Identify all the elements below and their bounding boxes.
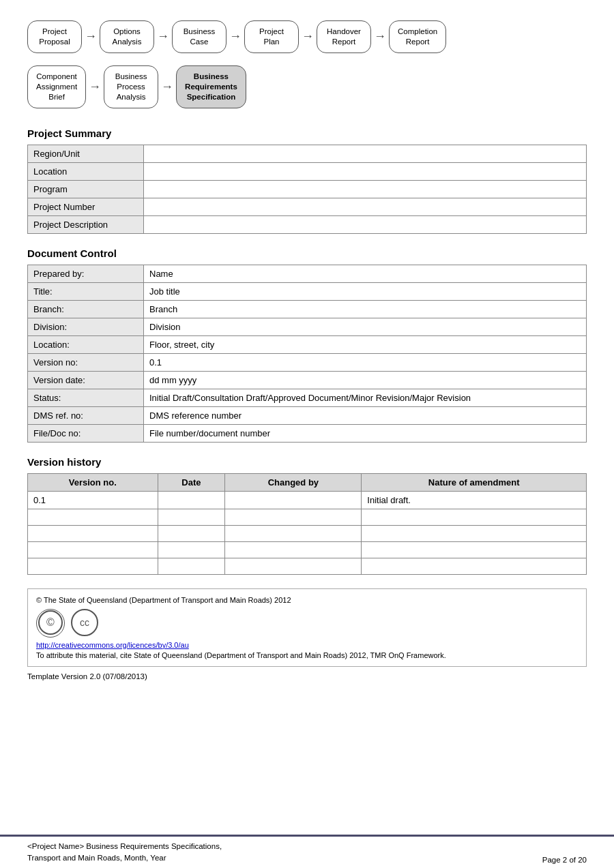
flow-diagram-1: ProjectProposal → OptionsAnalysis → Busi… [27,20,587,53]
doc-value: dd mm yyyy [144,371,587,389]
doc-value: DMS reference number [144,406,587,424]
summary-label: Region/Unit [28,145,144,162]
col-version: Version no. [28,473,158,491]
doc-label: Location: [28,335,144,353]
page-footer: <Project Name> Business Requirements Spe… [0,835,614,869]
doc-label: File/Doc no: [28,424,144,442]
version-changed-by [225,509,362,525]
arrow-3: → [229,29,242,44]
flow-diagram-2: ComponentAssignmentBrief → BusinessProce… [27,65,587,108]
doc-value: Initial Draft/Consultation Draft/Approve… [144,389,587,406]
summary-label: Program [28,180,144,198]
doc-label: Prepared by: [28,265,144,282]
svg-text:cc: cc [80,617,89,628]
flow-node-completion-report: CompletionReport [389,20,446,53]
svg-text:©: © [46,616,55,628]
arrow-6: → [89,80,101,94]
doc-label: DMS ref. no: [28,406,144,424]
table-row: Project Description [28,215,587,233]
summary-value [144,145,587,162]
table-row: Status: Initial Draft/Consultation Draft… [28,389,587,406]
version-number [28,558,158,574]
doc-value: Floor, street, city [144,335,587,353]
doc-label: Version date: [28,371,144,389]
version-date [158,491,225,509]
summary-value [144,180,587,198]
flow-node-project-proposal: ProjectProposal [27,20,82,53]
table-row: Version date: dd mm yyyy [28,371,587,389]
version-date [158,509,225,525]
table-row: Project Number [28,198,587,215]
version-changed-by [225,541,362,558]
version-history-table: Version no. Date Changed by Nature of am… [27,473,587,575]
flow-node-business-case: BusinessCase [172,20,226,53]
footer-line2: Transport and Main Roads, Month, Year [27,852,222,864]
project-summary-table: Region/Unit Location Program Project Num… [27,145,587,234]
table-row [28,509,587,525]
copyright-line1: © The State of Queensland (Department of… [36,596,578,604]
table-row: Version no: 0.1 [28,353,587,371]
arrow-5: → [374,29,386,44]
copyright-box: © The State of Queensland (Department of… [27,588,587,667]
doc-value: Division [144,318,587,335]
summary-value [144,215,587,233]
col-changed-by: Changed by [225,473,362,491]
version-number: 0.1 [28,491,158,509]
version-date [158,558,225,574]
col-date: Date [158,473,225,491]
doc-label: Title: [28,282,144,300]
table-row: Program [28,180,587,198]
version-nature [362,525,587,541]
doc-label: Branch: [28,300,144,318]
table-row: DMS ref. no: DMS reference number [28,406,587,424]
flow-node-options-analysis: OptionsAnalysis [100,20,154,53]
flow-node-business-process: BusinessProcessAnalysis [104,65,158,108]
table-row: Division: Division [28,318,587,335]
document-control-title: Document Control [27,248,587,259]
arrow-2: → [157,29,169,44]
creative-commons-icon: © [36,609,65,638]
template-version: Template Version 2.0 (07/08/2013) [27,672,587,680]
table-row: Location [28,162,587,180]
summary-value [144,198,587,215]
summary-label: Project Description [28,215,144,233]
arrow-7: → [161,80,173,94]
arrow-4: → [302,29,314,44]
version-nature [362,509,587,525]
doc-label: Status: [28,389,144,406]
flow-node-component-assignment: ComponentAssignmentBrief [27,65,86,108]
table-row: File/Doc no: File number/document number [28,424,587,442]
document-control-table: Prepared by: Name Title: Job title Branc… [27,265,587,443]
doc-value: Job title [144,282,587,300]
version-changed-by [225,525,362,541]
flow-node-handover-report: HandoverReport [317,20,371,53]
version-number [28,541,158,558]
flow-node-business-requirements: BusinessRequirementsSpecification [176,65,246,108]
table-row: Title: Job title [28,282,587,300]
doc-label: Version no: [28,353,144,371]
summary-label: Location [28,162,144,180]
footer-line1: <Project Name> Business Requirements Spe… [27,841,222,852]
flow-node-project-plan: ProjectPlan [244,20,299,53]
version-date [158,525,225,541]
table-row: Region/Unit [28,145,587,162]
summary-label: Project Number [28,198,144,215]
version-changed-by [225,491,362,509]
doc-label: Division: [28,318,144,335]
table-row [28,525,587,541]
table-row: Location: Floor, street, city [28,335,587,353]
version-nature [362,558,587,574]
arrow-1: → [85,29,97,44]
table-row [28,558,587,574]
footer-left: <Project Name> Business Requirements Spe… [27,841,222,865]
version-nature: Initial draft. [362,491,587,509]
table-row [28,541,587,558]
col-nature: Nature of amendment [362,473,587,491]
project-summary-title: Project Summary [27,128,587,139]
doc-value: Name [144,265,587,282]
copyright-link[interactable]: http://creativecommons.org/licences/by/3… [36,641,578,649]
version-nature [362,541,587,558]
doc-value: File number/document number [144,424,587,442]
version-number [28,509,158,525]
doc-value: 0.1 [144,353,587,371]
